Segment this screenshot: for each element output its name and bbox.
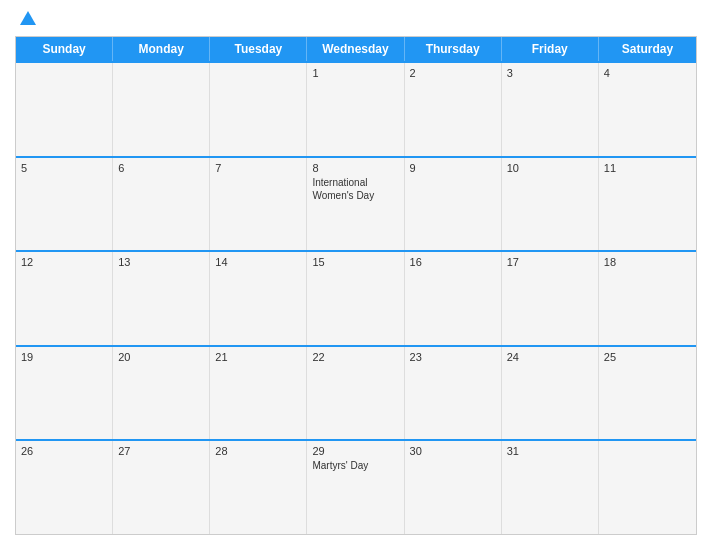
day-number: 12 [21,256,107,268]
page-header [15,10,697,28]
day-number: 24 [507,351,593,363]
calendar-cell [210,63,307,156]
calendar-grid: SundayMondayTuesdayWednesdayThursdayFrid… [15,36,697,535]
calendar-cell: 27 [113,441,210,534]
calendar-cell [113,63,210,156]
day-number: 27 [118,445,204,457]
calendar-week-2: 5678International Women's Day91011 [16,156,696,251]
calendar-cell: 10 [502,158,599,251]
day-number: 3 [507,67,593,79]
day-number: 30 [410,445,496,457]
calendar-cell: 13 [113,252,210,345]
calendar-week-4: 19202122232425 [16,345,696,440]
calendar-cell: 19 [16,347,113,440]
calendar-cell: 12 [16,252,113,345]
weekday-header-friday: Friday [502,37,599,61]
calendar-cell: 26 [16,441,113,534]
day-number: 19 [21,351,107,363]
logo [15,10,42,28]
calendar-cell: 17 [502,252,599,345]
day-number: 20 [118,351,204,363]
calendar-cell: 28 [210,441,307,534]
calendar-page: SundayMondayTuesdayWednesdayThursdayFrid… [0,0,712,550]
day-number: 11 [604,162,691,174]
calendar-cell: 15 [307,252,404,345]
calendar-week-3: 12131415161718 [16,250,696,345]
day-number: 10 [507,162,593,174]
calendar-cell: 21 [210,347,307,440]
calendar-cell: 20 [113,347,210,440]
calendar-header: SundayMondayTuesdayWednesdayThursdayFrid… [16,37,696,61]
weekday-header-tuesday: Tuesday [210,37,307,61]
weekday-header-wednesday: Wednesday [307,37,404,61]
day-number: 18 [604,256,691,268]
event-label: International Women's Day [312,176,398,202]
weekday-header-saturday: Saturday [599,37,696,61]
day-number: 21 [215,351,301,363]
calendar-week-5: 26272829Martyrs' Day3031 [16,439,696,534]
day-number: 22 [312,351,398,363]
weekday-header-thursday: Thursday [405,37,502,61]
calendar-cell: 6 [113,158,210,251]
day-number: 14 [215,256,301,268]
calendar-cell: 30 [405,441,502,534]
calendar-cell: 14 [210,252,307,345]
day-number: 4 [604,67,691,79]
calendar-cell: 7 [210,158,307,251]
logo-triangle-icon [20,11,36,25]
calendar-cell: 18 [599,252,696,345]
calendar-cell: 9 [405,158,502,251]
day-number: 15 [312,256,398,268]
calendar-cell: 3 [502,63,599,156]
calendar-cell [16,63,113,156]
calendar-cell: 23 [405,347,502,440]
day-number: 13 [118,256,204,268]
calendar-cell: 29Martyrs' Day [307,441,404,534]
calendar-cell: 8International Women's Day [307,158,404,251]
calendar-cell: 11 [599,158,696,251]
event-label: Martyrs' Day [312,459,398,472]
day-number: 2 [410,67,496,79]
calendar-cell: 31 [502,441,599,534]
day-number: 23 [410,351,496,363]
day-number: 8 [312,162,398,174]
day-number: 7 [215,162,301,174]
weekday-header-monday: Monday [113,37,210,61]
day-number: 28 [215,445,301,457]
calendar-cell: 22 [307,347,404,440]
day-number: 16 [410,256,496,268]
day-number: 29 [312,445,398,457]
calendar-cell [599,441,696,534]
calendar-cell: 24 [502,347,599,440]
day-number: 26 [21,445,107,457]
calendar-cell: 25 [599,347,696,440]
day-number: 17 [507,256,593,268]
calendar-week-1: 1234 [16,61,696,156]
day-number: 9 [410,162,496,174]
day-number: 31 [507,445,593,457]
day-number: 5 [21,162,107,174]
calendar-cell: 5 [16,158,113,251]
day-number: 1 [312,67,398,79]
day-number: 6 [118,162,204,174]
day-number: 25 [604,351,691,363]
calendar-body: 12345678International Women's Day9101112… [16,61,696,534]
calendar-cell: 2 [405,63,502,156]
weekday-header-sunday: Sunday [16,37,113,61]
calendar-cell: 1 [307,63,404,156]
calendar-cell: 4 [599,63,696,156]
calendar-cell: 16 [405,252,502,345]
